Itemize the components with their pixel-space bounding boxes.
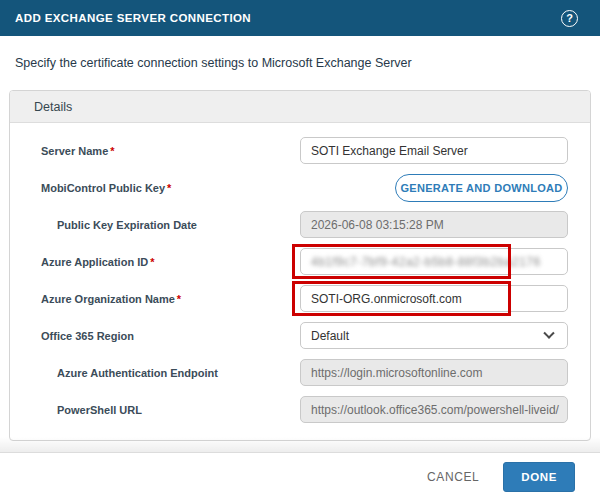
server-name-input[interactable]: SOTI Exchange Email Server <box>300 137 568 164</box>
public-key-label: MobiControl Public Key* <box>32 182 300 194</box>
required-asterisk: * <box>150 256 154 268</box>
done-button[interactable]: DONE <box>503 462 575 492</box>
dialog-subtitle: Specify the certificate connection setti… <box>0 36 600 90</box>
chevron-down-icon <box>543 327 554 338</box>
expiration-date-input: 2026-06-08 03:15:28 PM <box>300 211 568 238</box>
row-server-name: Server Name* SOTI Exchange Email Server <box>32 132 568 169</box>
required-asterisk: * <box>177 293 181 305</box>
cancel-button[interactable]: CANCEL <box>427 470 479 484</box>
azure-organization-name-input[interactable]: SOTI-ORG.onmicrosoft.com <box>300 285 568 312</box>
footer-divider <box>0 437 600 453</box>
office-365-region-select[interactable]: Default <box>300 322 568 349</box>
required-asterisk: * <box>167 182 171 194</box>
required-asterisk: * <box>110 145 114 157</box>
details-panel-body: Server Name* SOTI Exchange Email Server … <box>10 123 590 440</box>
office-365-region-value: Default <box>311 329 349 343</box>
generate-and-download-button[interactable]: GENERATE AND DOWNLOAD <box>395 174 568 202</box>
auth-endpoint-label: Azure Authentication Endpoint <box>32 367 300 379</box>
dialog-titlebar: ADD EXCHANGE SERVER CONNECTION ? <box>0 0 600 36</box>
row-azure-organization-name: Azure Organization Name* SOTI-ORG.onmicr… <box>32 280 568 317</box>
expiration-date-label: Public Key Expiration Date <box>32 219 300 231</box>
row-auth-endpoint: Azure Authentication Endpoint https://lo… <box>32 354 568 391</box>
redacted-app-id-text: 4b1f9c7-7bf9-42a2-b5b8-88f3b2ba2176 <box>311 255 541 269</box>
powershell-url-label: PowerShell URL <box>32 404 300 416</box>
powershell-url-input: https://outlook.office365.com/powershell… <box>300 396 568 423</box>
details-panel-header: Details <box>10 91 590 123</box>
dialog-footer: CANCEL DONE <box>0 453 600 500</box>
dialog-title: ADD EXCHANGE SERVER CONNECTION <box>15 12 251 24</box>
details-panel: Details Server Name* SOTI Exchange Email… <box>9 90 591 441</box>
row-office-365-region: Office 365 Region Default <box>32 317 568 354</box>
help-icon[interactable]: ? <box>561 10 578 27</box>
auth-endpoint-input: https://login.microsoftonline.com <box>300 359 568 386</box>
row-expiration-date: Public Key Expiration Date 2026-06-08 03… <box>32 206 568 243</box>
office-365-region-label: Office 365 Region <box>32 330 300 342</box>
azure-application-id-label: Azure Application ID* <box>32 256 300 268</box>
azure-application-id-input[interactable]: 4b1f9c7-7bf9-42a2-b5b8-88f3b2ba2176 <box>300 248 568 275</box>
azure-organization-name-label: Azure Organization Name* <box>32 293 300 305</box>
row-azure-application-id: Azure Application ID* 4b1f9c7-7bf9-42a2-… <box>32 243 568 280</box>
server-name-label: Server Name* <box>32 145 300 157</box>
row-powershell-url: PowerShell URL https://outlook.office365… <box>32 391 568 428</box>
row-public-key: MobiControl Public Key* GENERATE AND DOW… <box>32 169 568 206</box>
